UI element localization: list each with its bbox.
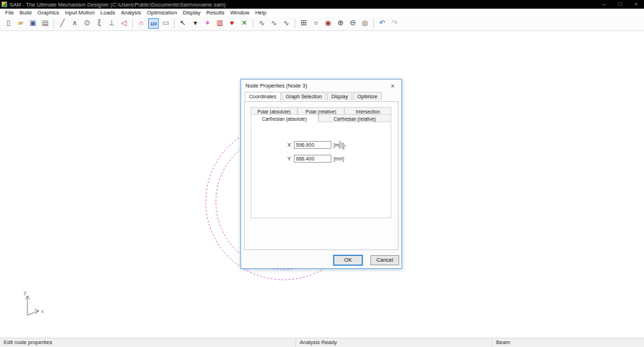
menu-help[interactable]: Help <box>252 9 269 17</box>
dialog-header: Node Properties (Node 3) × <box>241 80 401 92</box>
x-axis-label: x <box>41 309 44 314</box>
tab-optimize[interactable]: Optimize <box>353 92 382 100</box>
tab-carthesian-relative[interactable]: Carthesian (relative) <box>318 114 391 122</box>
dialog-tabs: CoordinatesGraph SelectionDisplayOptimiz… <box>245 92 401 100</box>
zoom-out-icon[interactable]: ⊖ <box>347 18 358 29</box>
x-coordinate-row: X[mm] <box>287 141 344 149</box>
zoom-in-icon[interactable]: ⊕ <box>335 18 346 29</box>
origin-axes-icon <box>25 296 39 315</box>
x-unit-label: [mm] <box>334 142 344 147</box>
belt-tool-icon[interactable]: ◁ <box>118 18 129 29</box>
graph-y-icon[interactable]: ∿ <box>269 18 279 29</box>
title-bar: SAM - The Ultimate Mechanism Designer (C… <box>0 0 644 9</box>
toolbar-separator <box>132 19 133 28</box>
menu-results[interactable]: Results <box>204 9 227 17</box>
y-coordinate-row: Y[mm] <box>287 155 344 163</box>
menu-file[interactable]: File <box>2 9 17 17</box>
open-folder-icon[interactable]: ▰ <box>15 18 26 29</box>
ok-button[interactable]: OK <box>334 255 362 265</box>
app-icon <box>1 1 7 7</box>
close-window-button[interactable]: × <box>628 0 644 9</box>
window-title: SAM - The Ultimate Mechanism Designer (C… <box>9 1 226 8</box>
zoom-previous-icon[interactable]: ◎ <box>360 18 370 29</box>
animation-tool-icon[interactable]: ▥ <box>214 18 225 29</box>
arc-input-tool-icon[interactable]: ∩ <box>136 18 147 29</box>
undo-icon[interactable]: ↶ <box>377 18 388 29</box>
support-tool-icon[interactable]: ⊥ <box>106 18 117 29</box>
rotary-joint-tool-icon[interactable]: ⊙ <box>82 18 92 29</box>
input-motion-icon[interactable]: 123 <box>148 18 159 29</box>
y-unit-label: [mm] <box>334 156 344 161</box>
tab-carthesian-absolute[interactable]: Carthesian (absolute) <box>251 114 318 122</box>
print-icon[interactable]: ▤ <box>40 18 51 29</box>
maximize-button[interactable]: □ <box>612 0 628 9</box>
menu-input-motion[interactable]: Input Motion <box>62 9 97 17</box>
menu-display[interactable]: Display <box>180 9 204 17</box>
coordinate-mode-tabs-row2: Carthesian (absolute)Carthesian (relativ… <box>251 114 391 122</box>
graph-xy-icon[interactable]: ∿ <box>281 18 292 29</box>
line-tool-icon[interactable]: ╱ <box>57 18 68 29</box>
select-cursor-icon[interactable]: ↖ <box>178 18 188 29</box>
save-icon[interactable]: ▣ <box>27 18 38 29</box>
toolbar-separator <box>373 19 374 28</box>
tab-coordinates[interactable]: Coordinates <box>245 92 281 100</box>
zoom-extents-icon[interactable]: ⊞ <box>298 18 309 29</box>
status-message: Edit node properties <box>0 338 296 347</box>
analysis-status: Analysis Ready <box>296 338 492 347</box>
toolbar-separator <box>174 19 175 28</box>
x-label: X <box>287 142 294 148</box>
dialog-title: Node Properties (Node 3) <box>245 82 307 89</box>
dialog-close-icon[interactable]: × <box>388 82 397 90</box>
menu-graphics[interactable]: Graphics <box>35 9 62 17</box>
redo-icon[interactable]: ↷ <box>389 18 400 29</box>
link-tool-icon[interactable]: ∧ <box>69 18 80 29</box>
menu-bar: FileBuildGraphicsInput MotionLoadsAnalys… <box>0 9 644 17</box>
cursor-dropdown-icon[interactable]: ▾ <box>190 18 201 29</box>
y-coordinate-input[interactable] <box>294 155 331 163</box>
minimize-button[interactable]: – <box>596 0 612 9</box>
kinematics-tool-icon[interactable]: ✶ <box>202 18 213 29</box>
y-label: Y <box>287 155 294 162</box>
cartesian-absolute-page: X[mm]Y[mm] <box>251 121 391 218</box>
status-bar: Edit node properties Analysis Ready Beam <box>0 338 644 347</box>
menu-optimization[interactable]: Optimization <box>144 9 180 17</box>
graph-x-icon[interactable]: ∿ <box>256 18 267 29</box>
cancel-button[interactable]: Cancel <box>370 255 399 265</box>
menu-window[interactable]: Window <box>227 9 253 17</box>
display-screen-icon[interactable]: ▭ <box>160 18 171 29</box>
tab-graph-selection[interactable]: Graph Selection <box>282 92 326 100</box>
x-coordinate-input[interactable] <box>294 141 331 149</box>
spring-tool-icon[interactable]: ξ <box>94 18 105 29</box>
zoom-icon[interactable]: ○ <box>310 18 321 29</box>
favorites-heart-icon[interactable]: ♥ <box>227 18 238 29</box>
coordinates-tab-panel: Polar (absolute)Polar (relative)Intersec… <box>244 101 399 250</box>
toolbar: ▯▰▣▤╱∧⊙ξ⊥◁∩123▭↖▾✶▥♥✕∿∿∿⊞○◉⊕⊖◎↶↷ <box>0 17 644 31</box>
application-window: SAM - The Ultimate Mechanism Designer (C… <box>0 0 644 347</box>
toolbar-separator <box>295 19 295 28</box>
toolbar-separator <box>53 19 54 28</box>
tab-display[interactable]: Display <box>327 92 352 100</box>
zoom-window-icon[interactable]: ◉ <box>323 18 334 29</box>
y-axis-label: y <box>24 290 27 296</box>
node-properties-dialog: Node Properties (Node 3) × CoordinatesGr… <box>240 79 402 269</box>
menu-build[interactable]: Build <box>17 9 35 17</box>
optimization-tool-icon[interactable]: ✕ <box>239 18 250 29</box>
element-type-status: Beam <box>492 338 644 347</box>
toolbar-separator <box>253 19 253 28</box>
menu-loads[interactable]: Loads <box>97 9 118 17</box>
window-controls: – □ × <box>596 0 644 9</box>
menu-analysis[interactable]: Analysis <box>118 9 144 17</box>
new-file-icon[interactable]: ▯ <box>3 18 14 29</box>
